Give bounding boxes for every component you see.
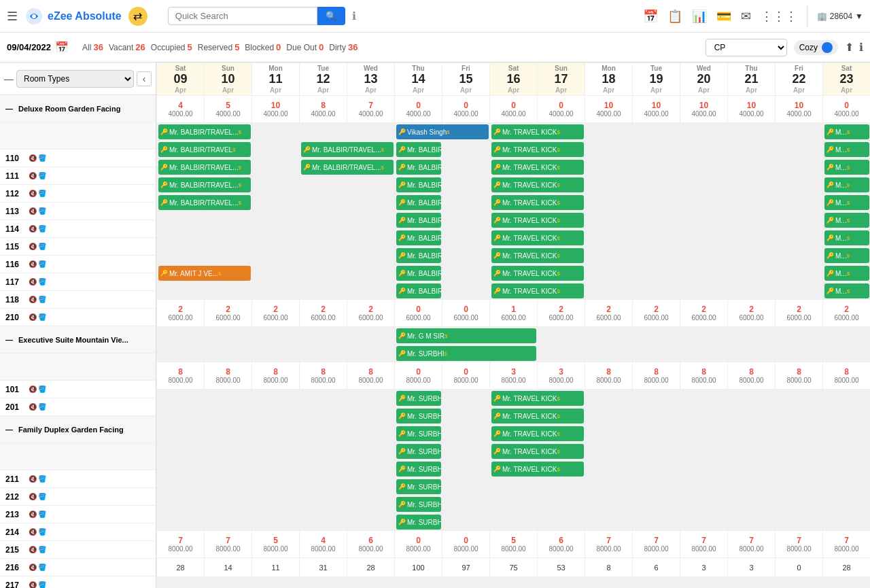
booking-block-112-0[interactable]: 🔑Mr. BALBIR/TRAVEL... $ [158,160,251,175]
messages-icon[interactable]: ✉ [741,9,751,24]
header-info-icon[interactable]: ℹ [352,10,356,22]
property-id: 28604 [830,12,852,21]
calendar-icon[interactable]: 📅 [55,41,69,54]
housekeeping-icon[interactable]: 📋 [667,9,682,24]
booking-block-212-5[interactable]: 🔑Mr. SURBHI $ [396,409,441,423]
room-clean-icon-215: 🪣 [38,546,46,553]
booking-block-113-5[interactable]: 🔑Mr. BALBIR $ [396,177,441,192]
booking-block-110-14[interactable]: 🔑M... $ [824,124,869,139]
booking-block-113-0[interactable]: 🔑Mr. BALBIR/TRAVEL... $ [158,177,251,192]
collapse-icon[interactable]: — [5,426,13,434]
booking-block-112-7[interactable]: 🔑Mr. TRAVEL KICK $ [491,160,584,175]
room-mute-icon-101: 🔇 [29,385,37,393]
booking-block-116-5[interactable]: 🔑Mr. BALBIR $ [396,230,441,245]
booking-block-118-5[interactable]: 🔑Mr. BALBIR $ [396,266,441,281]
booking-block-115-5[interactable]: 🔑Mr. BALBIR $ [396,213,441,228]
booking-block-114-5[interactable]: 🔑Mr. BALBIR $ [396,195,441,210]
booking-block-217-5[interactable]: 🔑Mr. SURBHI $ [396,497,441,512]
room-cell-210-10 [633,282,680,300]
calendar-grid[interactable]: Sat09AprSun10AprMon11AprTue12AprWed13Apr… [156,63,870,588]
avail-cell-3-0: 78000.00 [157,531,205,558]
date-header-12: Tue12Apr [300,63,347,96]
booking-block-114-14[interactable]: 🔑M... $ [824,195,869,210]
cozy-toggle[interactable]: Cozy [794,40,838,55]
booking-block-111-5[interactable]: 🔑Mr. BALBIR $ [396,142,441,157]
booking-block-118-7[interactable]: 🔑Mr. TRAVEL KICK $ [491,266,584,281]
booking-block-117-5[interactable]: 🔑Mr. BALBIR $ [396,248,441,263]
room-cell-111-14: 🔑M... $ [823,141,871,158]
payments-icon[interactable]: 💳 [716,9,731,24]
booking-block-110-5[interactable]: 🔑Vikash Singh $ [396,124,489,139]
collapse-icon[interactable]: — [5,336,13,344]
room-cell-211-10 [633,390,680,407]
booking-block-201-5[interactable]: 🔑Mr. SURBHI $ [396,346,536,361]
search-input[interactable] [168,7,317,25]
booking-block-112-3[interactable]: 🔑Mr. BALBIR/TRAVEL... $ [301,160,394,175]
toolbar-info-icon[interactable]: ℹ [859,41,863,54]
search-button[interactable]: 🔍 [317,7,345,25]
room-cell-113-13 [776,176,823,194]
booking-block-210-7[interactable]: 🔑Mr. TRAVEL KICK $ [491,283,584,298]
booking-block-113-14[interactable]: 🔑M... $ [824,177,869,192]
room-types-dropdown[interactable]: Room Types [16,70,134,88]
booking-block-118-14[interactable]: 🔑M... $ [824,266,869,281]
booking-block-113-7[interactable]: 🔑Mr. TRAVEL KICK $ [491,177,584,192]
booking-block-111-0[interactable]: 🔑Mr. BALBIR/TRAVEL $ [158,142,251,157]
booking-block-213-5[interactable]: 🔑Mr. SURBHI $ [396,426,441,441]
room-cell-218-0 [157,513,205,531]
shuffle-icon[interactable]: ⇄ [128,7,147,26]
booking-block-212-7[interactable]: 🔑Mr. TRAVEL KICK $ [491,409,584,423]
room-mute-icon-111: 🔇 [29,172,37,179]
booking-block-216-5[interactable]: 🔑Mr. SURBHI $ [396,479,441,494]
reports-icon[interactable]: 📊 [692,9,707,24]
room-cell-212-13 [776,407,823,425]
booking-block-111-7[interactable]: 🔑Mr. TRAVEL KICK $ [491,142,584,157]
booking-block-110-7[interactable]: 🔑Mr. TRAVEL KICK $ [491,124,584,139]
booking-block-112-5[interactable]: 🔑Mr. BALBIR $ [396,160,441,175]
booking-block-114-0[interactable]: 🔑Mr. BALBIR/TRAVEL... $ [158,195,251,210]
nav-prev-button[interactable]: ‹ [137,71,152,86]
booking-block-214-7[interactable]: 🔑Mr. TRAVEL KICK $ [491,444,584,459]
booking-block-218-5[interactable]: 🔑Mr. SURBHI $ [396,515,441,530]
booking-block-111-3[interactable]: 🔑Mr. BALBIR/TRAVEL... $ [301,142,394,157]
export-icon[interactable]: ⬆ [845,41,854,54]
booking-block-215-7[interactable]: 🔑Mr. TRAVEL KICK $ [491,462,584,477]
booking-block-118-0[interactable]: 🔑Mr. AMIT J VE... $ [158,266,251,281]
date-header-21: Thu21Apr [728,63,776,96]
reservations-icon[interactable]: 📅 [643,9,658,24]
menu-icon[interactable]: ☰ [7,9,18,24]
booking-block-116-14[interactable]: 🔑M... $ [824,230,869,245]
grid-icon[interactable]: ⋮⋮⋮ [761,9,797,24]
booking-block-210-14[interactable]: 🔑M... $ [824,283,869,298]
room-cell-217-4 [347,496,395,513]
booking-block-101-5[interactable]: 🔑Mr. G M SIR $ [396,328,536,343]
collapse-icon[interactable]: — [5,105,13,113]
booking-block-112-14[interactable]: 🔑M... $ [824,160,869,175]
room-cell-210-1 [205,282,252,300]
booking-block-214-5[interactable]: 🔑Mr. SURBHI $ [396,444,441,459]
booking-block-114-7[interactable]: 🔑Mr. TRAVEL KICK $ [491,195,584,210]
property-selector[interactable]: 🏢 28604 ▼ [817,12,863,21]
booking-block-110-0[interactable]: 🔑Mr. BALBIR/TRAVEL... $ [158,124,251,139]
room-cell-114-13 [776,194,823,211]
booking-block-115-14[interactable]: 🔑M... $ [824,213,869,228]
rate-plan-dropdown[interactable]: CP EP MAP AP [706,39,787,56]
booking-block-117-7[interactable]: 🔑Mr. TRAVEL KICK $ [491,248,584,263]
booking-block-210-5[interactable]: 🔑Mr. BALBIR $ [396,283,441,298]
room-cell-215-5: 🔑Mr. SURBHI $ [395,460,442,478]
booking-block-213-7[interactable]: 🔑Mr. TRAVEL KICK $ [491,426,584,441]
booking-block-117-14[interactable]: 🔑M... $ [824,248,869,263]
room-cell-217-3 [300,496,347,513]
room-cell-111-0: 🔑Mr. BALBIR/TRAVEL $ [157,141,205,158]
room-cell-115-0 [157,211,205,229]
booking-block-211-7[interactable]: 🔑Mr. TRAVEL KICK $ [491,391,584,406]
booking-block-116-7[interactable]: 🔑Mr. TRAVEL KICK $ [491,230,584,245]
room-cell-212-3 [300,407,347,425]
booking-block-115-7[interactable]: 🔑Mr. TRAVEL KICK $ [491,213,584,228]
booking-block-211-5[interactable]: 🔑Mr. SURBHI $ [396,391,441,406]
room-cell-214-13 [776,443,823,460]
room-cell-217-14 [823,496,871,513]
left-collapse-icon[interactable]: — [4,73,14,84]
booking-block-111-14[interactable]: 🔑M... $ [824,142,869,157]
booking-block-215-5[interactable]: 🔑Mr. SURBHI $ [396,462,441,477]
